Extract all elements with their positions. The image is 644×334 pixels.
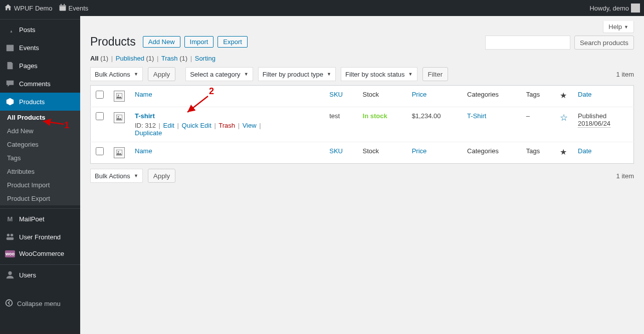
- col-sku[interactable]: SKU: [329, 147, 343, 155]
- col-date[interactable]: Date: [578, 147, 591, 155]
- sidebar-item-comments[interactable]: Comments: [0, 75, 80, 93]
- row-checkbox[interactable]: [96, 112, 104, 120]
- submenu-tags[interactable]: Tags: [0, 151, 80, 165]
- bulk-actions-select-bottom[interactable]: Bulk Actions: [90, 169, 143, 183]
- home-icon: [4, 4, 12, 13]
- cell-stock: In stock: [363, 112, 387, 120]
- col-price[interactable]: Price: [412, 147, 427, 155]
- cell-date: 2018/06/24: [578, 120, 610, 128]
- product-id: ID: 312: [135, 122, 156, 129]
- sidebar-label: WooCommerce: [19, 250, 64, 257]
- row-action-duplicate[interactable]: Duplicate: [135, 129, 162, 137]
- collapse-icon: [5, 299, 13, 308]
- col-stock: Stock: [358, 86, 407, 107]
- stock-status-filter-select[interactable]: Filter by stock status: [341, 67, 417, 81]
- item-count-top: 1 item: [616, 71, 634, 78]
- import-button[interactable]: Import: [184, 36, 214, 48]
- svg-rect-1: [59, 5, 66, 6]
- view-trash[interactable]: Trash: [161, 55, 178, 62]
- submenu-product-import[interactable]: Product Import: [0, 178, 80, 192]
- toolbar-site-link[interactable]: WPUF Demo: [4, 4, 53, 13]
- image-col-icon: [114, 91, 125, 102]
- view-sorting[interactable]: Sorting: [195, 55, 216, 62]
- product-thumb[interactable]: [114, 112, 125, 123]
- sidebar-label: Comments: [19, 80, 51, 88]
- col-price[interactable]: Price: [412, 91, 427, 98]
- category-filter-select[interactable]: Select a category: [185, 67, 253, 81]
- col-name[interactable]: Name: [135, 147, 152, 155]
- svg-rect-3: [64, 4, 65, 5]
- calendar-icon: [59, 4, 67, 13]
- admin-sidebar: Posts Events Pages Comments Products All…: [0, 16, 80, 334]
- main-content: Help ▼ Products Add New Import Export Se…: [80, 16, 644, 334]
- sidebar-label: Posts: [19, 26, 36, 34]
- avatar-icon: [631, 4, 640, 13]
- sidebar-label: User Frontend: [19, 233, 61, 241]
- select-all-checkbox-footer[interactable]: [96, 147, 104, 155]
- cell-sku: test: [324, 107, 357, 142]
- howdy-text: Howdy, demo: [589, 5, 629, 12]
- cell-category[interactable]: T-Shirt: [467, 112, 486, 120]
- sidebar-label: Events: [19, 44, 39, 52]
- svg-point-13: [118, 116, 119, 117]
- tablenav-bottom: Bulk Actions Apply 1 item: [90, 169, 634, 183]
- row-action-quick-edit[interactable]: Quick Edit: [182, 122, 211, 129]
- toolbar-account-link[interactable]: Howdy, demo: [589, 4, 640, 13]
- sidebar-item-products[interactable]: Products: [0, 93, 80, 111]
- sidebar-item-posts[interactable]: Posts: [0, 19, 80, 39]
- image-col-icon: [114, 147, 125, 158]
- submenu-product-export[interactable]: Product Export: [0, 192, 80, 205]
- row-action-edit[interactable]: Edit: [163, 122, 174, 129]
- cell-price: $1,234.00: [407, 107, 462, 142]
- view-published[interactable]: Published: [116, 55, 144, 62]
- col-sku[interactable]: SKU: [329, 91, 343, 98]
- submenu-attributes[interactable]: Attributes: [0, 165, 80, 178]
- view-filters: All (1) | Published (1) | Trash (1) | So…: [90, 55, 634, 62]
- svg-rect-7: [7, 237, 14, 240]
- export-button[interactable]: Export: [218, 36, 248, 48]
- sidebar-item-user-frontend[interactable]: User Frontend: [0, 228, 80, 246]
- row-action-view[interactable]: View: [243, 122, 257, 129]
- view-all[interactable]: All: [90, 55, 99, 62]
- annotation-number-1: 1: [64, 120, 69, 131]
- table-header-row: Name SKU Stock Price Categories Tags ★ D…: [91, 86, 634, 107]
- submenu-categories[interactable]: Categories: [0, 138, 80, 151]
- help-tab[interactable]: Help ▼: [603, 21, 634, 33]
- add-new-button[interactable]: Add New: [143, 36, 180, 48]
- cell-date-status: Published: [578, 112, 606, 120]
- table-row: T-shirt ID: 312 | Edit | Quick Edit | Tr…: [91, 107, 634, 142]
- select-all-checkbox[interactable]: [96, 91, 104, 99]
- product-type-filter-select[interactable]: Filter by product type: [258, 67, 336, 81]
- tablenav-top: Bulk Actions Apply Select a category Fil…: [90, 67, 634, 81]
- col-tags: Tags: [521, 86, 555, 107]
- svg-point-11: [118, 95, 119, 96]
- bulk-actions-select[interactable]: Bulk Actions: [90, 67, 143, 81]
- featured-toggle[interactable]: ☆: [560, 113, 568, 123]
- col-name[interactable]: Name: [135, 91, 152, 98]
- sidebar-label: Users: [19, 271, 36, 279]
- products-table: Name SKU Stock Price Categories Tags ★ D…: [90, 85, 634, 164]
- sidebar-item-users[interactable]: Users: [0, 264, 80, 284]
- row-action-trash[interactable]: Trash: [219, 122, 235, 129]
- collapse-menu[interactable]: Collapse menu: [0, 294, 80, 313]
- col-categories: Categories: [462, 142, 521, 164]
- sidebar-item-pages[interactable]: Pages: [0, 57, 80, 75]
- toolbar-events-link[interactable]: Events: [59, 4, 89, 13]
- product-name-link[interactable]: T-shirt: [135, 112, 155, 120]
- sidebar-item-mailpoet[interactable]: M MailPoet: [0, 208, 80, 228]
- svg-point-8: [8, 271, 12, 275]
- comment-icon: [5, 79, 15, 89]
- filter-button[interactable]: Filter: [422, 67, 449, 81]
- search-products-input[interactable]: [485, 36, 570, 50]
- apply-bulk-button[interactable]: Apply: [148, 67, 175, 81]
- search-products-button[interactable]: Search products: [574, 36, 634, 50]
- sidebar-item-woocommerce[interactable]: woo WooCommerce: [0, 246, 80, 261]
- sidebar-item-events[interactable]: Events: [0, 39, 80, 57]
- apply-bulk-button-bottom[interactable]: Apply: [148, 169, 175, 183]
- user-icon: [5, 270, 15, 280]
- mailpoet-icon: M: [5, 214, 15, 224]
- row-actions: ID: 312 | Edit | Quick Edit | Trash | Vi…: [135, 122, 319, 137]
- col-date[interactable]: Date: [578, 91, 591, 98]
- annotation-number-2: 2: [209, 86, 214, 97]
- cell-tags: –: [521, 107, 555, 142]
